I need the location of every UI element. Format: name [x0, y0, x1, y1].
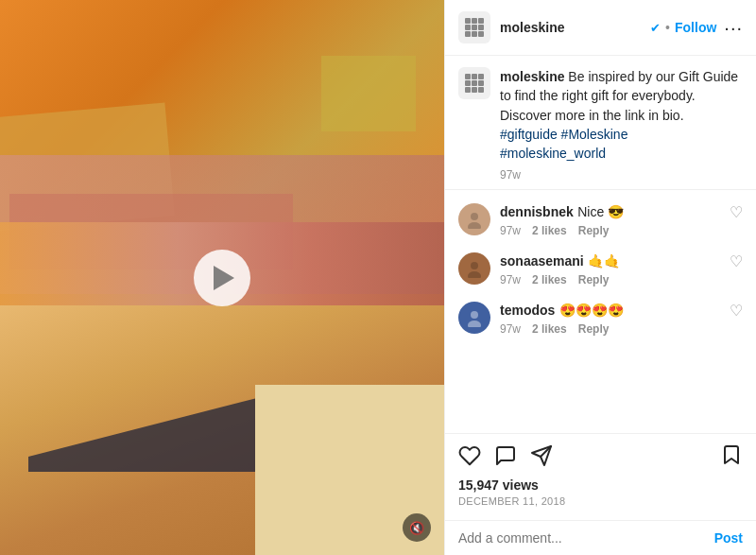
mute-button[interactable]: 🔇	[403, 513, 431, 542]
svg-point-0	[471, 213, 478, 220]
comment-time-2: 97w	[500, 273, 521, 286]
header-username[interactable]: moleskine	[500, 20, 647, 35]
avatar-silhouette-1	[465, 210, 484, 229]
play-button[interactable]	[194, 250, 250, 306]
views-count: 15,947 views	[458, 477, 743, 493]
comment-item-3: temodos 😍😍😍😍 97w 2 likes Reply ♡	[445, 294, 756, 343]
like-button[interactable]	[458, 444, 481, 471]
comment-time-1: 97w	[500, 224, 521, 237]
comment-time-3: 97w	[500, 322, 521, 336]
comments-section: dennisbnek Nice 😎 97w 2 likes Reply ♡	[445, 190, 756, 433]
comment-button[interactable]	[494, 444, 517, 471]
svg-point-2	[471, 262, 478, 269]
action-buttons	[458, 443, 743, 472]
caption-time: 97w	[500, 168, 743, 182]
right-panel: moleskine ✔ • Follow ··· moleskine Be in…	[444, 0, 756, 555]
share-button[interactable]	[530, 444, 553, 471]
comment-input[interactable]	[458, 530, 714, 546]
comment-username-3[interactable]: temodos	[500, 303, 555, 318]
comment-text-2: 🤙🤙	[588, 253, 620, 269]
actions-bar: 15,947 views December 11, 2018	[445, 433, 756, 520]
comment-like-button-3[interactable]: ♡	[730, 302, 743, 320]
comment-meta-1: 97w 2 likes Reply	[500, 224, 720, 237]
comment-avatar-2	[458, 252, 490, 285]
caption-avatar	[458, 67, 490, 99]
svg-point-5	[468, 321, 481, 327]
avatar-silhouette-3	[465, 308, 484, 327]
caption-grid-icon	[465, 74, 484, 93]
comment-likes-3: 2 likes	[532, 322, 567, 336]
add-comment-bar: Post	[445, 520, 756, 555]
post-comment-button[interactable]: Post	[714, 530, 743, 546]
avatar-silhouette-2	[465, 259, 484, 278]
grid-icon	[465, 18, 484, 37]
comment-text-1: Nice 😎	[577, 204, 624, 219]
mute-icon: 🔇	[409, 521, 424, 535]
header-avatar	[458, 11, 490, 43]
svg-point-3	[468, 271, 481, 278]
comment-username-1[interactable]: dennisbnek	[500, 204, 574, 219]
heart-icon	[458, 444, 481, 467]
verified-badge: ✔	[650, 21, 661, 35]
comment-body-1: dennisbnek Nice 😎 97w 2 likes Reply	[500, 203, 720, 237]
header-dot: •	[665, 20, 670, 35]
comment-likes-2: 2 likes	[532, 273, 567, 286]
bookmark-icon	[720, 443, 743, 466]
comment-text-3: 😍😍😍😍	[559, 303, 624, 318]
post-header: moleskine ✔ • Follow ···	[445, 0, 756, 56]
caption-hashtags[interactable]: #giftguide #Moleskine #moleskine_world	[500, 125, 743, 164]
share-icon	[530, 444, 553, 467]
comment-like-button-1[interactable]: ♡	[730, 203, 743, 221]
comment-like-button-2[interactable]: ♡	[730, 252, 743, 270]
comment-reply-2[interactable]: Reply	[578, 273, 610, 286]
comment-body-2: sonaasemani 🤙🤙 97w 2 likes Reply	[500, 252, 720, 286]
comment-meta-2: 97w 2 likes Reply	[500, 273, 720, 286]
comment-icon	[494, 444, 517, 467]
svg-point-4	[471, 311, 478, 319]
follow-button[interactable]: Follow	[675, 20, 716, 35]
comment-item-2: sonaasemani 🤙🤙 97w 2 likes Reply ♡	[445, 245, 756, 294]
caption-content: moleskine Be inspired by our Gift Guide …	[500, 67, 743, 182]
comment-username-2[interactable]: sonaasemani	[500, 253, 584, 269]
caption-section: moleskine Be inspired by our Gift Guide …	[445, 56, 756, 190]
more-options-button[interactable]: ···	[716, 17, 743, 39]
comment-body-3: temodos 😍😍😍😍 97w 2 likes Reply	[500, 302, 720, 336]
play-icon	[214, 266, 234, 290]
caption-username[interactable]: moleskine	[500, 69, 564, 84]
svg-point-1	[468, 222, 481, 229]
comment-item: dennisbnek Nice 😎 97w 2 likes Reply ♡	[445, 196, 756, 245]
comment-reply-1[interactable]: Reply	[578, 224, 610, 237]
comment-avatar-1	[458, 203, 490, 235]
comment-likes-1: 2 likes	[532, 224, 567, 237]
comment-avatar-3	[458, 302, 490, 334]
post-date: December 11, 2018	[458, 495, 743, 507]
bookmark-button[interactable]	[720, 443, 743, 472]
comment-meta-3: 97w 2 likes Reply	[500, 322, 720, 336]
video-panel: 🔇	[0, 0, 444, 555]
comment-reply-3[interactable]: Reply	[578, 322, 610, 336]
